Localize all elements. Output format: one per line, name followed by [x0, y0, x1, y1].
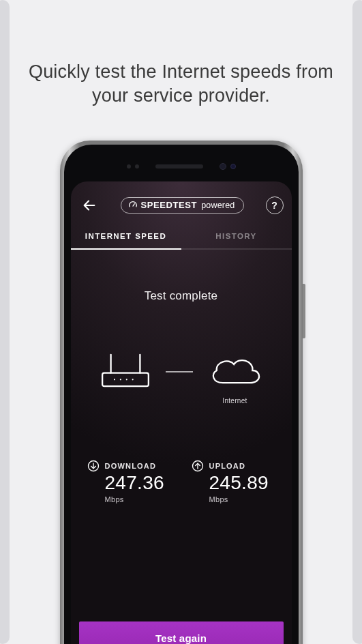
svg-point-7	[125, 379, 127, 380]
phone-sensor-bar	[71, 151, 292, 181]
status-text: Test complete	[71, 289, 292, 303]
download-metric: DOWNLOAD 247.36 Mbps	[87, 460, 171, 503]
svg-point-5	[113, 379, 115, 380]
badge-brand: SPEEDTEST	[140, 200, 197, 210]
svg-point-8	[132, 379, 133, 380]
carousel-edge-right	[352, 0, 362, 644]
download-icon	[87, 460, 100, 472]
download-unit: Mbps	[105, 495, 171, 503]
upload-label: UPLOAD	[209, 462, 246, 470]
speedtest-badge: SPEEDTEST powered	[121, 197, 243, 214]
phone-frame: SPEEDTEST powered ? INTERNET SPEED HISTO…	[60, 141, 303, 644]
test-again-button[interactable]: Test again	[79, 621, 284, 644]
download-value: 247.36	[105, 473, 171, 494]
upload-metric: UPLOAD 245.89 Mbps	[192, 460, 275, 503]
internet-label: Internet	[222, 397, 247, 407]
connection-line-icon	[166, 371, 193, 372]
phone-bezel: SPEEDTEST powered ? INTERNET SPEED HISTO…	[64, 145, 299, 644]
router-icon	[97, 351, 153, 393]
app-screen: SPEEDTEST powered ? INTERNET SPEED HISTO…	[71, 181, 292, 644]
phone-side-button	[303, 284, 305, 338]
download-label: DOWNLOAD	[105, 462, 157, 470]
tab-history[interactable]: HISTORY	[181, 225, 292, 250]
upload-value: 245.89	[209, 473, 275, 494]
speed-metrics: DOWNLOAD 247.36 Mbps UPLOAD 245.89 Mbps	[71, 460, 292, 503]
help-button[interactable]: ?	[266, 196, 284, 214]
cloud-icon	[205, 351, 265, 393]
app-header: SPEEDTEST powered ?	[71, 181, 292, 225]
svg-point-6	[119, 379, 121, 380]
carousel-edge-left	[0, 0, 10, 644]
tab-internet-speed[interactable]: INTERNET SPEED	[71, 225, 181, 250]
tab-bar: INTERNET SPEED HISTORY	[71, 225, 292, 250]
upload-icon	[192, 460, 204, 472]
arrow-left-icon	[82, 198, 97, 213]
gauge-icon	[128, 201, 138, 210]
svg-rect-4	[102, 373, 149, 387]
back-button[interactable]	[79, 195, 100, 216]
badge-sub: powered	[200, 201, 235, 210]
promo-caption: Quickly test the Internet speeds from yo…	[0, 0, 362, 108]
upload-unit: Mbps	[209, 495, 275, 503]
svg-line-1	[133, 203, 134, 206]
connection-diagram: Internet	[71, 351, 292, 407]
